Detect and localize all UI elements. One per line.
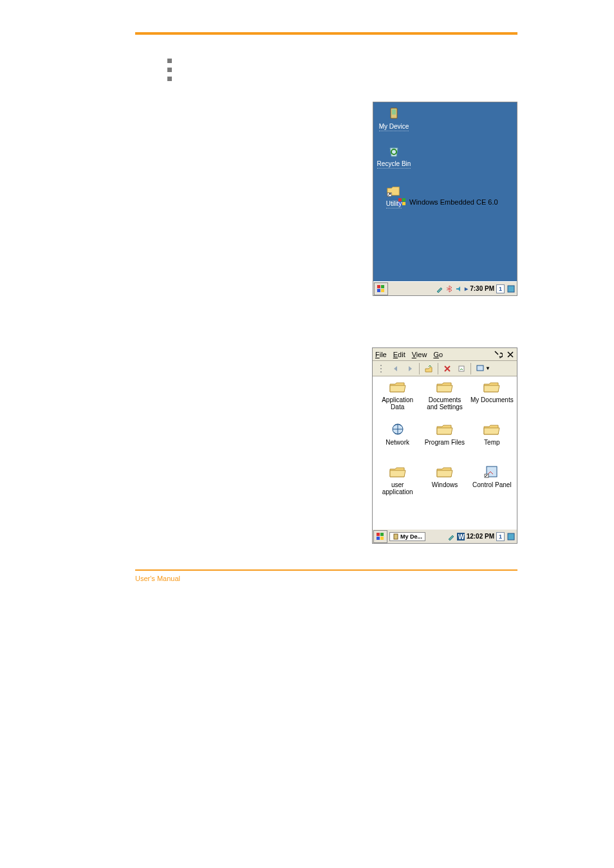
- grip-icon: [375, 362, 388, 375]
- folder-label: Documents and Settings: [422, 396, 467, 411]
- wince-text: Windows Embedded CE 6.0: [409, 198, 498, 206]
- folder-label: Network: [386, 439, 409, 446]
- folder-item[interactable]: user application: [375, 465, 420, 504]
- windows-flag-icon: [376, 532, 385, 541]
- windows-flag-icon: [377, 284, 386, 293]
- tray-bt-icon[interactable]: [445, 285, 453, 293]
- folder-icon: [483, 423, 501, 437]
- tray-indicator[interactable]: 1: [496, 532, 505, 541]
- up-button[interactable]: [422, 362, 435, 375]
- bullet-square-icon: [167, 77, 172, 81]
- show-desktop-icon[interactable]: [507, 532, 516, 541]
- svg-point-15: [380, 368, 382, 369]
- explorer-taskbar: My De... W 12:02 PM 1: [373, 529, 517, 543]
- folder-item[interactable]: Temp: [470, 423, 514, 461]
- view-mode-button[interactable]: ▼: [474, 362, 493, 375]
- folder-item[interactable]: Documents and Settings: [422, 380, 467, 419]
- row-screenshot-2: File Edit View Go: [135, 347, 517, 544]
- svg-rect-23: [380, 533, 384, 536]
- tray-w-icon[interactable]: W: [457, 533, 465, 540]
- my-device-icon: [386, 106, 402, 122]
- svg-rect-18: [477, 365, 483, 371]
- desktop-icon-label: My Device: [379, 123, 409, 131]
- folder-icon: [436, 465, 454, 479]
- folder-item[interactable]: Program Files: [422, 423, 467, 461]
- help-icon[interactable]: [494, 350, 503, 359]
- folder-item[interactable]: My Documents: [470, 380, 514, 419]
- toolbar: ▼: [373, 361, 517, 376]
- svg-rect-25: [380, 537, 384, 540]
- start-button[interactable]: [373, 530, 387, 543]
- close-icon[interactable]: [507, 351, 514, 358]
- menu-edit[interactable]: Edit: [393, 351, 405, 358]
- svg-rect-11: [381, 289, 384, 292]
- folder-label: My Documents: [470, 396, 514, 403]
- system-tray: W 12:02 PM 1: [447, 532, 517, 541]
- bullet-square-icon: [167, 68, 172, 72]
- folder-icon: [436, 423, 454, 437]
- system-tray: ▸ 7:30 PM 1: [436, 284, 517, 293]
- folder-shortcut-icon: [386, 183, 402, 199]
- folder-label: Temp: [484, 439, 499, 446]
- folder-label: Windows: [432, 481, 458, 488]
- explorer-screenshot: File Edit View Go: [372, 347, 517, 544]
- clock[interactable]: 12:02 PM: [467, 533, 494, 540]
- footer: User's Manual: [135, 575, 517, 582]
- back-button[interactable]: [389, 362, 402, 375]
- bullet-item: [167, 55, 180, 63]
- svg-rect-9: [381, 285, 384, 288]
- start-button[interactable]: [374, 282, 388, 295]
- folder-icon: [389, 380, 407, 394]
- task-label: My De...: [400, 533, 422, 540]
- svg-point-16: [380, 371, 382, 373]
- bullet-item: [167, 64, 180, 72]
- menu-bar: File Edit View Go: [373, 348, 517, 361]
- folder-label: Program Files: [425, 439, 465, 446]
- taskbar-task[interactable]: My De...: [389, 532, 425, 541]
- forward-button[interactable]: [404, 362, 416, 375]
- bullet-square-icon: [167, 59, 172, 63]
- folder-item[interactable]: Network: [375, 423, 420, 461]
- folder-item[interactable]: Windows: [422, 465, 467, 504]
- desktop-icon-recycle-bin[interactable]: Recycle Bin: [375, 143, 413, 169]
- svg-point-14: [380, 365, 382, 366]
- delete-button[interactable]: [441, 362, 454, 375]
- svg-rect-24: [377, 537, 380, 540]
- desktop-icon-my-device[interactable]: My Device: [375, 106, 413, 131]
- menu-go[interactable]: Go: [433, 351, 443, 358]
- tray-volume-icon[interactable]: [455, 285, 463, 293]
- svg-point-13: [499, 357, 501, 358]
- tray-indicator[interactable]: 1: [496, 284, 505, 293]
- bullet-section: [135, 54, 517, 82]
- svg-text:W: W: [458, 533, 465, 540]
- folder-item[interactable]: Application Data: [375, 380, 420, 419]
- svg-rect-22: [377, 533, 380, 536]
- svg-rect-1: [392, 109, 396, 115]
- tray-plug-icon[interactable]: [436, 285, 443, 293]
- show-desktop-icon[interactable]: [507, 284, 516, 293]
- clock[interactable]: 7:30 PM: [470, 285, 494, 292]
- folder-icon: [483, 380, 501, 394]
- my-device-small-icon: [393, 533, 399, 540]
- svg-rect-8: [377, 285, 380, 288]
- menu-file[interactable]: File: [375, 351, 387, 358]
- properties-button[interactable]: [455, 362, 468, 375]
- bottom-rule: [135, 569, 517, 571]
- tray-plug-icon[interactable]: [447, 533, 455, 540]
- control-panel-icon: [483, 465, 501, 479]
- svg-rect-12: [508, 286, 514, 292]
- network-icon: [389, 423, 407, 437]
- desktop-screenshot: My Device Recycle Bin: [373, 102, 517, 296]
- svg-rect-29: [508, 533, 514, 540]
- recycle-bin-icon: [386, 143, 402, 159]
- folder-label: Control Panel: [472, 481, 512, 488]
- desktop-icon-label: Recycle Bin: [377, 160, 411, 169]
- svg-rect-10: [377, 289, 380, 292]
- desktop-icon-utility[interactable]: Utility: [375, 183, 413, 208]
- top-rule: [135, 32, 517, 35]
- svg-rect-26: [394, 534, 398, 539]
- menu-view[interactable]: View: [412, 351, 427, 358]
- footer-left: User's Manual: [135, 575, 180, 582]
- folder-item[interactable]: Control Panel: [470, 465, 514, 504]
- folder-label: user application: [375, 481, 420, 495]
